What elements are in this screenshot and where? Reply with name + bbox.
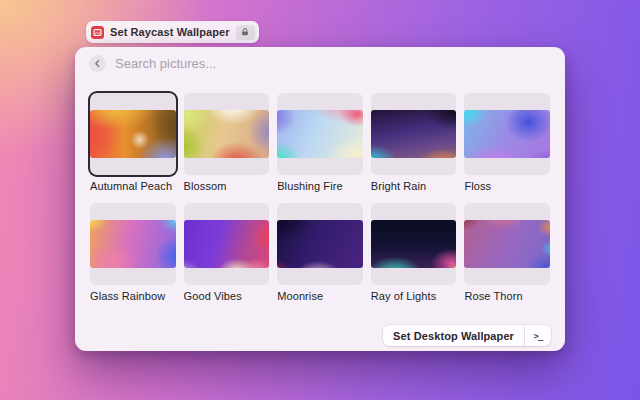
- raycast-window: Autumnal Peach Blossom Blushing Fire Bri…: [75, 47, 565, 351]
- wallpaper-extension-icon: [91, 26, 104, 39]
- wallpaper-item-blossom[interactable]: Blossom: [184, 93, 270, 192]
- wallpaper-name: Blossom: [184, 180, 270, 192]
- command-title: Set Raycast Wallpaper: [110, 26, 230, 38]
- wallpaper-item-autumnal-peach[interactable]: Autumnal Peach: [90, 93, 176, 192]
- wallpaper-item-good-vibes[interactable]: Good Vibes: [184, 203, 270, 302]
- wallpaper-item-ray-of-lights[interactable]: Ray of Lights: [371, 203, 457, 302]
- search-input[interactable]: [115, 56, 551, 71]
- wallpaper-name: Bright Rain: [371, 180, 457, 192]
- wallpaper-item-moonrise[interactable]: Moonrise: [277, 203, 363, 302]
- wallpaper-thumbnail[interactable]: [464, 110, 550, 158]
- wallpaper-item-floss[interactable]: Floss: [464, 93, 550, 192]
- set-desktop-wallpaper-button[interactable]: Set Desktop Wallpaper >_: [383, 325, 551, 346]
- wallpaper-thumbnail[interactable]: [184, 220, 270, 268]
- wallpaper-name: Blushing Fire: [277, 180, 363, 192]
- wallpaper-name: Floss: [464, 180, 550, 192]
- wallpaper-thumbnail[interactable]: [90, 220, 176, 268]
- back-button[interactable]: [89, 55, 106, 72]
- wallpaper-thumbnail[interactable]: [277, 110, 363, 158]
- wallpaper-item-rose-thorn[interactable]: Rose Thorn: [464, 203, 550, 302]
- search-bar: [75, 47, 565, 80]
- wallpaper-thumbnail[interactable]: [184, 110, 270, 158]
- footer: Set Desktop Wallpaper >_: [75, 324, 565, 351]
- wallpaper-name: Ray of Lights: [371, 290, 457, 302]
- wallpaper-name: Autumnal Peach: [90, 180, 176, 192]
- wallpaper-item-glass-rainbow[interactable]: Glass Rainbow: [90, 203, 176, 302]
- lock-icon: [236, 25, 255, 40]
- wallpaper-item-blushing-fire[interactable]: Blushing Fire: [277, 93, 363, 192]
- wallpaper-thumbnail[interactable]: [371, 220, 457, 268]
- wallpaper-name: Moonrise: [277, 290, 363, 302]
- wallpaper-thumbnail[interactable]: [464, 220, 550, 268]
- wallpaper-name: Rose Thorn: [464, 290, 550, 302]
- chevron-left-icon: [93, 59, 102, 68]
- command-badge[interactable]: Set Raycast Wallpaper: [86, 21, 259, 43]
- action-label: Set Desktop Wallpaper: [383, 330, 524, 342]
- wallpaper-thumbnail[interactable]: [90, 110, 176, 158]
- wallpaper-thumbnail[interactable]: [277, 220, 363, 268]
- wallpaper-name: Glass Rainbow: [90, 290, 176, 302]
- wallpaper-item-bright-rain[interactable]: Bright Rain: [371, 93, 457, 192]
- wallpaper-name: Good Vibes: [184, 290, 270, 302]
- wallpaper-grid: Autumnal Peach Blossom Blushing Fire Bri…: [75, 80, 565, 324]
- wallpaper-thumbnail[interactable]: [371, 110, 457, 158]
- shortcut-key-icon: >_: [525, 331, 551, 341]
